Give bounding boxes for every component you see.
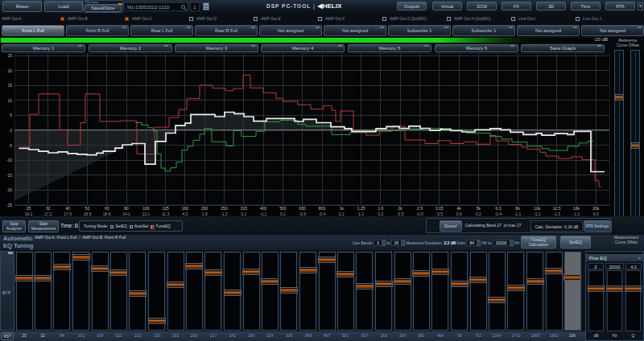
svg-text:160: 160	[182, 206, 189, 211]
svg-text:-5: -5	[9, 143, 13, 148]
svg-text:8k: 8k	[515, 206, 520, 211]
svg-text:9.0: 9.0	[593, 212, 599, 216]
svg-text:4.3: 4.3	[182, 212, 188, 216]
svg-text:1.6: 1.6	[378, 206, 383, 211]
svg-text:-0.5: -0.5	[416, 212, 423, 216]
svg-text:20k: 20k	[592, 206, 600, 211]
svg-text:-10: -10	[6, 158, 12, 162]
svg-text:1.25: 1.25	[357, 206, 365, 211]
svg-text:50: 50	[85, 206, 90, 211]
svg-text:-0.5: -0.5	[397, 212, 404, 216]
svg-text:10k: 10k	[534, 206, 541, 211]
svg-text:2.5: 2.5	[417, 206, 423, 211]
svg-text:315: 315	[241, 206, 248, 211]
svg-text:0.6: 0.6	[456, 212, 462, 216]
svg-text:15: 15	[7, 83, 12, 88]
svg-text:-0.1: -0.1	[260, 212, 267, 216]
svg-text:100: 100	[142, 206, 150, 211]
svg-text:-25: -25	[6, 203, 12, 207]
svg-text:200: 200	[201, 206, 208, 211]
svg-text:16.2: 16.2	[25, 212, 33, 216]
svg-text:-1.3: -1.3	[553, 212, 560, 216]
svg-text:1.2: 1.2	[358, 212, 364, 216]
svg-text:0.1: 0.1	[241, 212, 246, 216]
svg-text:-1.2: -1.2	[534, 212, 541, 216]
svg-text:3.15: 3.15	[436, 206, 444, 211]
svg-text:-0.4: -0.4	[494, 212, 502, 216]
svg-text:63: 63	[105, 206, 109, 211]
svg-text:-0.5: -0.5	[436, 212, 443, 216]
svg-text:0.2: 0.2	[476, 212, 481, 216]
svg-text:-15: -15	[6, 173, 12, 178]
svg-text:500: 500	[279, 206, 287, 211]
svg-text:4k: 4k	[456, 206, 461, 211]
svg-text:80: 80	[124, 206, 129, 211]
svg-text:18.6: 18.6	[103, 212, 111, 216]
svg-text:13.1: 13.1	[142, 212, 150, 216]
svg-text:630: 630	[299, 206, 307, 211]
svg-text:32: 32	[46, 206, 51, 211]
svg-text:-0.4: -0.4	[319, 212, 326, 216]
svg-text:125: 125	[162, 206, 169, 211]
svg-text:0: 0	[10, 128, 12, 133]
svg-text:11.3: 11.3	[162, 212, 170, 216]
svg-text:40: 40	[65, 206, 70, 211]
svg-text:12.5: 12.5	[553, 206, 561, 211]
svg-text:1k: 1k	[340, 206, 345, 211]
svg-text:0.2: 0.2	[378, 212, 383, 216]
svg-text:6.3: 6.3	[495, 206, 501, 211]
svg-text:17.2: 17.2	[44, 212, 52, 216]
svg-text:20: 20	[7, 68, 12, 73]
svg-text:25: 25	[27, 206, 31, 211]
svg-text:5k: 5k	[477, 206, 481, 211]
svg-text:250: 250	[221, 206, 228, 211]
svg-text:0.2: 0.2	[339, 212, 345, 216]
svg-text:10: 10	[7, 98, 12, 103]
svg-text:-1.1: -1.1	[514, 212, 522, 216]
svg-text:800: 800	[319, 206, 326, 211]
svg-text:14.1: 14.1	[122, 212, 130, 216]
svg-text:5: 5	[10, 113, 12, 117]
svg-text:2k: 2k	[398, 206, 403, 211]
svg-text:16k: 16k	[573, 206, 580, 211]
svg-text:18.9: 18.9	[84, 212, 92, 216]
svg-text:0.1: 0.1	[280, 212, 286, 216]
svg-text:400: 400	[260, 206, 267, 211]
svg-text:-1.2: -1.2	[573, 212, 580, 216]
svg-text:-1.2: -1.2	[221, 212, 228, 216]
svg-text:17.6: 17.6	[64, 212, 72, 216]
svg-text:-0.9: -0.9	[299, 212, 306, 216]
svg-text:25: 25	[7, 53, 12, 58]
svg-text:-20: -20	[6, 187, 12, 192]
svg-text:1.8: 1.8	[202, 212, 208, 216]
